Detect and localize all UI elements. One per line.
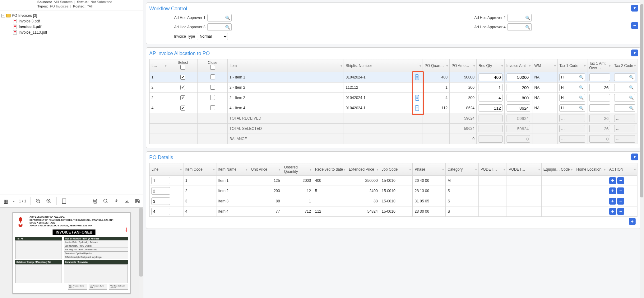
add-row-button[interactable]: + [609,187,616,194]
po-col-unit-price[interactable]: Unit Price▾ [249,163,282,176]
tax1-select[interactable]: H🔍 [559,84,585,91]
po-col-phase[interactable]: Phase▾ [413,163,446,176]
document-preview[interactable]: ↓ CITY AND COUNTY OF SWANSEA DEPARTMENT … [0,208,143,298]
remove-row-button[interactable]: − [617,198,624,205]
po-line-input[interactable] [151,197,170,205]
preview-scrollbar[interactable] [139,208,143,298]
tax2-select[interactable]: 🔍 [614,73,635,81]
download-icon[interactable] [113,198,119,204]
select-checkbox[interactable] [180,85,185,90]
col-tax1-over[interactable]: Tax 1 Amt Over…▾ [587,59,612,72]
po-col-item-name[interactable]: Item Name▾ [216,163,249,176]
col-shiplist[interactable]: Shiplist Number▾ [344,59,423,72]
po-line-input[interactable] [151,187,170,195]
po-col-podet2[interactable]: PODET…▾ [507,163,541,176]
toolbar-dropdown-icon[interactable]: ▾ [13,200,15,203]
remove-row-button[interactable]: − [617,208,624,215]
download-solid-icon[interactable] [124,198,130,204]
thumbnails-icon[interactable]: ▦ [2,198,9,204]
zoom-out-icon[interactable] [35,198,41,204]
po-col-home-loc[interactable]: Home Location▾ [574,163,607,176]
col-inv-amt[interactable]: Invoice Amt▾ [504,59,532,72]
document-icon[interactable] [414,94,421,102]
tax1-select[interactable]: H🔍 [559,104,585,112]
po-row[interactable]: 4Item 4777121125482415-001023 30 00S+− [150,206,637,217]
tax1-override-input[interactable] [589,73,610,81]
workflow-collapse-button[interactable]: ▼ [631,5,638,12]
col-po-amt[interactable]: PO Amo…▾ [450,59,477,72]
allocation-row[interactable]: 44 - Item 401042024-11128624NAH🔍🔍 [150,103,637,113]
tax2-select[interactable]: 🔍 [614,84,635,91]
search-icon[interactable]: 🔍 [225,25,230,30]
col-item[interactable]: Item▾ [228,59,344,72]
col-rec-qty[interactable]: Rec Qty▾ [476,59,504,72]
approver3-input[interactable]: 🔍 [207,23,232,31]
select-checkbox[interactable] [180,106,185,111]
rec-qty-input[interactable] [479,94,503,102]
add-row-button[interactable]: + [609,177,616,184]
search-icon[interactable]: 🔍 [525,25,530,30]
col-l[interactable]: L…▾ [150,59,168,72]
po-col-ext-price[interactable]: Extended Price▾ [347,163,380,176]
po-col-line[interactable]: Line▾ [150,163,183,176]
po-details-collapse-button[interactable]: ▼ [631,154,638,160]
approver2-input[interactable]: 🔍 [507,14,532,21]
remove-row-button[interactable]: − [617,187,624,194]
po-line-input[interactable] [151,208,170,215]
rec-qty-input[interactable] [479,84,503,91]
invoice-amt-input[interactable] [507,94,530,102]
rec-qty-input[interactable] [479,73,503,81]
tax2-select[interactable]: 🔍 [614,94,635,102]
select-checkbox[interactable] [180,95,185,100]
tax2-select[interactable]: 🔍 [614,104,635,112]
remove-row-button[interactable]: − [617,177,624,184]
approver1-input[interactable]: 🔍 [207,14,232,21]
invoice-type-select[interactable]: Normal [197,33,228,40]
right-scrollbar[interactable] [640,0,644,298]
document-icon[interactable] [414,73,421,81]
tax1-select[interactable]: H🔍 [559,73,585,81]
col-select[interactable]: Select [168,59,198,72]
allocation-row[interactable]: 22 - Item 201042024-14800NAH🔍🔍 [150,93,637,103]
add-row-button[interactable]: + [609,208,616,215]
save-icon[interactable] [134,198,141,204]
tree-file[interactable]: Invoice 4.pdf [1,24,142,30]
tax1-select[interactable]: H🔍 [559,94,585,102]
fit-page-icon[interactable] [61,198,67,204]
allocation-row[interactable]: 22 - Item 21121121200NAH🔍🔍 [150,83,637,93]
po-row[interactable]: 1Item 1125200040025000015-001026 40 00M+… [150,176,637,186]
close-checkbox[interactable] [210,74,215,79]
tax1-override-input[interactable] [589,94,610,102]
add-row-button[interactable]: + [609,198,616,205]
zoom-in-icon[interactable] [46,198,52,204]
tree-folder-po-invoices[interactable]: − PO Invoices [3] [1,13,142,18]
col-tax1[interactable]: Tax 1 Code▾ [557,59,587,72]
print-icon[interactable] [92,198,98,204]
po-col-action[interactable]: ACTION▾ [607,163,637,176]
rec-qty-input[interactable] [479,104,503,112]
po-col-job-code[interactable]: Job Code▾ [380,163,413,176]
po-col-category[interactable]: Category▾ [446,163,479,176]
tax1-override-input[interactable] [589,104,610,112]
invoice-amt-input[interactable] [507,84,530,91]
col-po-qty[interactable]: PO Quan…▾ [423,59,450,72]
po-line-input[interactable] [151,177,170,184]
po-row[interactable]: 2Item 2200125240015-001028 13 00S+− [150,186,637,196]
search-icon[interactable] [103,198,109,204]
col-wm[interactable]: WM▾ [532,59,558,72]
approver4-input[interactable]: 🔍 [507,23,532,31]
po-col-received[interactable]: Received to date▾ [313,163,347,176]
tree-collapse-icon[interactable]: − [1,14,5,17]
add-po-line-button[interactable]: + [629,218,636,225]
select-all-checkbox[interactable] [180,65,185,70]
po-col-equip[interactable]: Equipm… Code▾ [541,163,574,176]
po-col-ord-qty[interactable]: Ordered Quantity▾ [282,163,313,176]
po-col-item-code[interactable]: Item Code▾ [183,163,216,176]
col-tax2[interactable]: Tax 2 Code▾ [612,59,637,72]
allocation-collapse-button[interactable]: ▼ [631,50,638,56]
tree-file[interactable]: Invoice_1113.pdf [1,30,142,35]
close-all-checkbox[interactable] [210,65,215,70]
close-checkbox[interactable] [210,95,215,100]
col-close[interactable]: Close [198,59,228,72]
tax1-override-input[interactable] [589,84,610,91]
